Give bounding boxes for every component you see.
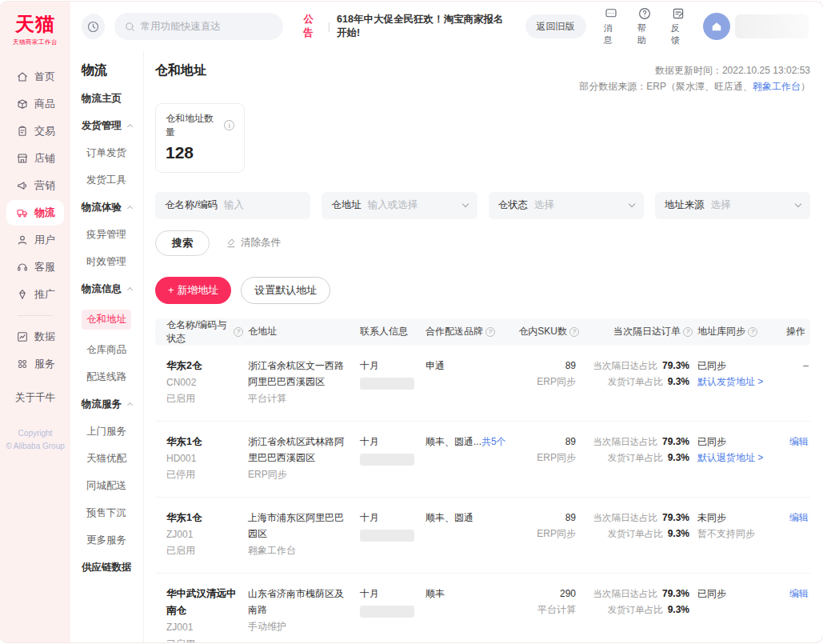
search-input[interactable] [141,21,269,32]
clear-filters-button[interactable]: 清除条件 [226,236,281,250]
sidebar-item-trade[interactable]: 交易 [6,118,64,144]
subnav-item-5[interactable]: 疫异管理 [82,228,138,242]
warehouse-status: 已启用 [166,390,240,406]
data-source-link[interactable]: 翱象工作台 [753,81,801,92]
subnav-item-13[interactable]: 天猫优配 [82,452,138,466]
sidebar-item-promotion[interactable]: 推广 [6,282,64,307]
sidebar-item-marketing[interactable]: 营销 [6,173,64,198]
help-icon[interactable]: ? [748,327,757,337]
marketing-icon [16,179,29,192]
topbar-action-help[interactable]: 帮助 [637,6,652,46]
subnav-item-12[interactable]: 上门服务 [82,425,138,438]
topbar-action-message[interactable]: 消息 [604,6,618,46]
subnav-item-label: 物流主页 [82,93,122,104]
sidebar-item-services[interactable]: 服务 [6,351,64,377]
warehouse-status: 已停用 [166,466,240,482]
add-address-button[interactable]: + 新增地址 [155,277,231,304]
subnav-item-11[interactable]: 物流服务 [82,398,138,411]
contact-phone-redacted [360,606,414,618]
subnav-item-7[interactable]: 物流信息 [82,282,138,296]
subnav-item-1[interactable]: 发货管理 [82,119,138,133]
subnav-item-label: 配送线路 [86,371,126,382]
contact-phone-redacted [360,378,414,390]
history-clock-button[interactable] [82,14,105,39]
subnav-item-14[interactable]: 同城配送 [82,479,138,493]
sync-default-link[interactable]: 默认退货地址 > [697,450,767,466]
info-icon[interactable]: i [224,120,234,130]
topbar-action-feedback[interactable]: 反馈 [671,6,685,46]
tmall-logo[interactable]: 天猫 天猫商家工作台 [0,2,70,54]
sync-status: 未同步 [697,510,767,526]
help-icon[interactable]: ? [234,327,243,337]
brands-text: 顺丰 [425,588,445,599]
sku-count: 89 [515,434,576,450]
subnav-item-0[interactable]: 物流主页 [82,92,138,106]
cell-address: 上海市浦东区阿里巴巴园区翱象工作台 [248,510,360,559]
sync-default-link[interactable]: 默认发货地址 > [697,374,767,390]
subnav-item-8[interactable]: 仓和地址 [82,310,131,330]
sidebar-item-logistics[interactable]: 物流 [6,200,64,226]
avatar[interactable] [703,13,730,40]
search-button[interactable]: 搜索 [155,230,210,256]
brands-text-wrap: 顺丰、圆通 [425,510,507,526]
subnav-item-label: 仓和地址 [86,314,126,325]
about-qianniu-link[interactable]: 关于千牛 [0,391,70,405]
cell-sync: 已同步 [697,586,775,642]
filter-select-1[interactable]: 仓地址输入或选择 [322,192,477,219]
back-to-old-version-button[interactable]: 返回旧版 [525,14,586,38]
pct-label-2: 发货订单占比 [608,526,663,542]
help-icon[interactable]: ? [683,327,693,337]
subnav-item-9[interactable]: 仓库商品 [82,343,138,357]
pct-line-2: 发货订单占比9.3% [584,526,689,542]
filter-placeholder: 输入 [224,198,244,212]
cell-next-day-order: 当次隔日达占比79.3%发货订单占比9.3% [584,434,697,483]
op-link-0[interactable]: 编辑 [789,434,809,450]
subnav-item-4[interactable]: 物流体验 [82,201,138,214]
account-area[interactable] [703,13,809,40]
help-icon[interactable]: ? [569,327,579,337]
main-content: 仓和地址 数据更新时间：2022.10.25 13:02:53 部分数据来源：E… [144,51,823,642]
column-header-label: 合作配送品牌 [425,325,483,338]
subnav-item-label: 预售下沉 [86,507,126,518]
help-icon[interactable]: ? [485,327,495,337]
quick-search[interactable] [114,13,283,40]
filter-select-3[interactable]: 地址来源选择 [655,192,810,219]
topbar-action-label: 消息 [604,22,618,46]
services-icon [16,358,29,370]
sidebar-item-goods[interactable]: 商品 [6,91,64,117]
column-header-4: 仓内SKU数? [515,325,584,338]
warehouse-name: 华东1仓 [166,510,240,526]
subnav-item-label: 订单发货 [86,147,126,158]
sidebar-item-user[interactable]: 用户 [6,227,64,253]
cell-next-day-order: 当次隔日达占比79.3%发货订单占比9.3% [584,510,697,559]
sidebar-item-data[interactable]: 数据 [6,324,64,350]
subnav-item-6[interactable]: 时效管理 [82,255,138,269]
subnav-item-2[interactable]: 订单发货 [82,146,138,160]
subnav-item-3[interactable]: 发货工具 [82,174,138,187]
subnav-item-15[interactable]: 预售下沉 [82,506,138,520]
filter-input-0[interactable]: 仓名称/编码输入 [155,192,310,219]
op-link-0[interactable]: 编辑 [789,586,809,602]
brands-more-link[interactable]: 共5个 [481,436,506,447]
sidebar-item-service[interactable]: 客服 [6,254,64,280]
subnav-item-17[interactable]: 供应链数据 [82,561,138,574]
cell-sync: 已同步默认发货地址 > [697,358,775,407]
sync-status: 已同步 [697,586,767,602]
op-link-0[interactable]: 编辑 [789,510,809,526]
cell-brands: 顺丰 [425,586,515,642]
chevron-up-icon [127,402,133,408]
filter-select-2[interactable]: 仓状态选择 [489,192,644,219]
pct-label-1: 当次隔日达占比 [593,358,657,374]
announcement[interactable]: 公告 | 618年中大促全民狂欢！淘宝商家报名开始! [304,13,506,40]
warehouse-code: ZJ001 [166,526,240,542]
warehouse-address: 浙江省余杭区武林路阿里巴巴西溪园区 [248,434,352,466]
brands-text: 顺丰、圆通 [425,512,473,523]
subnav-item-16[interactable]: 更多服务 [82,534,138,547]
cell-address: 山东省济南市槐荫区及南路手动维护 [248,586,360,642]
subnav-item-10[interactable]: 配送线路 [82,370,138,384]
set-default-address-button[interactable]: 设置默认地址 [241,277,330,304]
sidebar-item-home[interactable]: 首页 [6,64,64,90]
chevron-up-icon [127,206,133,211]
sidebar-item-shop[interactable]: 店铺 [6,146,64,171]
cell-sku: 89ERP同步 [515,510,584,559]
